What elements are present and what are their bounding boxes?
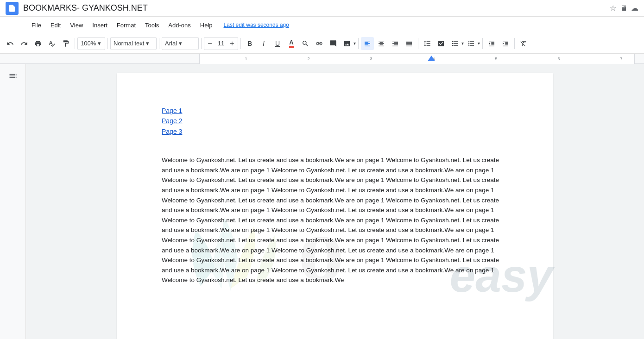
align-justify-button[interactable] [403, 37, 416, 50]
font-color-button[interactable]: A [285, 37, 298, 50]
doc-app-icon[interactable] [6, 2, 19, 15]
sep-9 [514, 38, 515, 49]
toc-page2[interactable]: Page 2 [162, 116, 508, 126]
insert-image-button[interactable] [341, 37, 354, 50]
svg-text:5: 5 [495, 56, 497, 61]
bullet-list-arrow[interactable]: ▾ [461, 41, 464, 46]
align-right-button[interactable] [389, 37, 402, 50]
paint-format-button[interactable] [59, 37, 72, 50]
sep-4 [201, 38, 202, 49]
svg-text:1: 1 [245, 56, 247, 61]
main-area: o easy Page 1 Page 2 Page 3 Welcome to G… [0, 64, 644, 339]
menu-tools[interactable]: Tools [141, 20, 163, 31]
menu-bar: File Edit View Insert Format Tools Add-o… [0, 17, 644, 33]
left-sidebar [0, 64, 26, 339]
outline-icon[interactable] [8, 71, 18, 83]
save-to-drive-icon[interactable]: 🖥 [620, 4, 627, 13]
link-button[interactable] [313, 37, 326, 50]
svg-text:2: 2 [307, 56, 309, 61]
dropdown-arrow-image[interactable]: ▾ [354, 41, 356, 46]
italic-button[interactable]: I [257, 37, 270, 50]
line-spacing-button[interactable] [421, 37, 434, 50]
increase-indent-button[interactable] [499, 37, 512, 50]
font-size-decrease[interactable]: − [204, 37, 215, 50]
ruler: 1 2 3 4 5 6 7 [0, 54, 644, 64]
zoom-value: 100% [81, 40, 96, 47]
align-center-button[interactable] [375, 37, 388, 50]
menu-addons[interactable]: Add-ons [164, 20, 194, 31]
cloud-status-icon[interactable]: ☁ [631, 4, 638, 13]
numbered-list-button[interactable] [465, 37, 478, 50]
toc-section: Page 1 Page 2 Page 3 [162, 106, 508, 137]
menu-insert[interactable]: Insert [88, 20, 111, 31]
toc-page1[interactable]: Page 1 [162, 106, 508, 116]
checklist-button[interactable] [435, 37, 448, 50]
ruler-inner: 1 2 3 4 5 6 7 [199, 54, 635, 64]
sep-2 [107, 38, 108, 49]
svg-text:7: 7 [620, 56, 622, 61]
spellcheck-button[interactable] [45, 37, 58, 50]
style-dropdown[interactable]: Normal text ▾ [110, 37, 157, 50]
font-size-value[interactable]: 11 [215, 40, 227, 47]
svg-text:3: 3 [370, 56, 372, 61]
font-size-control: − 11 + [204, 37, 238, 50]
toolbar: 100% ▾ Normal text ▾ Arial ▾ − 11 + B I … [0, 33, 644, 54]
last-edit-status: Last edit was seconds ago [224, 22, 289, 28]
numbered-list-arrow[interactable]: ▾ [478, 41, 480, 46]
print-button[interactable] [32, 37, 44, 50]
comment-button[interactable] [327, 37, 340, 50]
page-content: Page 1 Page 2 Page 3 Welcome to Gyankosh… [162, 106, 508, 285]
redo-button[interactable] [18, 37, 31, 50]
clear-format-button[interactable] [517, 37, 530, 50]
sep-5 [240, 38, 241, 49]
toc-page3[interactable]: Page 3 [162, 126, 508, 137]
sep-3 [159, 38, 159, 49]
sep-7 [418, 38, 418, 49]
style-value: Normal text [114, 40, 144, 47]
font-value: Arial [165, 40, 177, 47]
page[interactable]: o easy Page 1 Page 2 Page 3 Welcome to G… [117, 73, 553, 339]
menu-file[interactable]: File [28, 20, 45, 31]
font-arrow: ▾ [179, 40, 182, 47]
menu-edit[interactable]: Edit [47, 20, 64, 31]
align-left-button[interactable] [361, 37, 374, 50]
menu-format[interactable]: Format [113, 20, 139, 31]
menu-view[interactable]: View [66, 20, 87, 31]
menu-help[interactable]: Help [196, 20, 216, 31]
undo-button[interactable] [4, 37, 17, 50]
highlight-button[interactable] [299, 37, 312, 50]
bullet-list-button[interactable] [448, 37, 461, 50]
decrease-indent-button[interactable] [485, 37, 498, 50]
font-size-increase[interactable]: + [227, 37, 238, 50]
sep-8 [482, 38, 483, 49]
sep-6 [358, 38, 359, 49]
svg-text:6: 6 [557, 56, 560, 61]
title-bar: BOOKMARKS- GYANKOSH.NET ☆ 🖥 ☁ [0, 0, 644, 17]
star-icon[interactable]: ☆ [610, 4, 616, 13]
body-text[interactable]: Welcome to Gyankosh.net. Let us create a… [162, 155, 508, 285]
bold-button[interactable]: B [243, 37, 256, 50]
font-color-label: A [289, 39, 293, 48]
document-title[interactable]: BOOKMARKS- GYANKOSH.NET [23, 3, 610, 13]
style-arrow: ▾ [146, 40, 149, 47]
zoom-arrow: ▾ [98, 40, 101, 47]
zoom-dropdown[interactable]: 100% ▾ [77, 37, 105, 50]
sep-1 [75, 38, 75, 49]
title-icon-group: ☆ 🖥 ☁ [610, 4, 638, 13]
underline-button[interactable]: U [271, 37, 284, 50]
font-dropdown[interactable]: Arial ▾ [162, 37, 199, 50]
document-area[interactable]: o easy Page 1 Page 2 Page 3 Welcome to G… [26, 64, 644, 339]
